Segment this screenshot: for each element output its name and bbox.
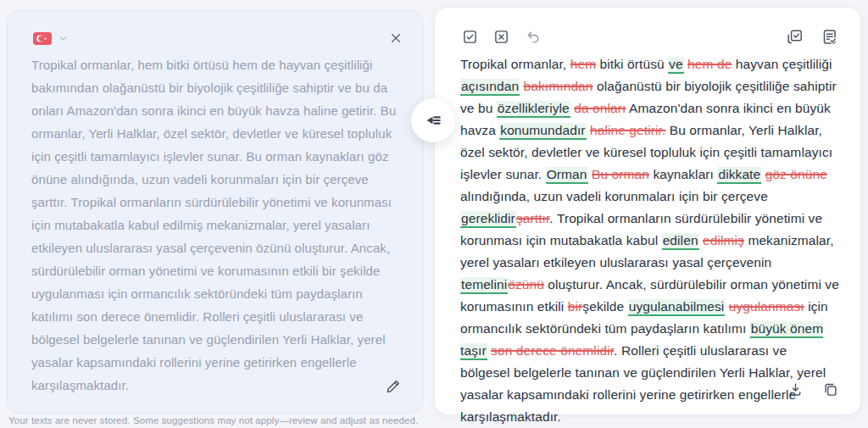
deleted-text[interactable]: bakımından [524, 79, 593, 93]
close-button[interactable] [387, 30, 404, 47]
layered-check-icon [786, 28, 804, 46]
inserted-text[interactable]: dikkate [717, 167, 761, 184]
inserted-text[interactable]: edilen [662, 233, 699, 250]
inserted-text[interactable]: temelini [460, 277, 508, 294]
copy-button[interactable] [821, 380, 840, 399]
pencil-icon [385, 376, 401, 392]
result-toolbar-left [460, 27, 543, 47]
deleted-text[interactable]: şarttır [516, 211, 549, 225]
deleted-text[interactable]: da onları [574, 101, 626, 115]
copy-icon [822, 381, 838, 397]
inserted-text[interactable]: gereklidir [460, 211, 516, 228]
deleted-text[interactable]: Bu orman [592, 167, 649, 181]
deleted-text[interactable]: göz önüne [765, 167, 827, 181]
deleted-text[interactable]: bir [568, 299, 583, 314]
unchanged-text: şekilde [582, 299, 627, 314]
reject-all-button[interactable] [492, 27, 511, 47]
x-square-icon [493, 29, 509, 45]
inserted-text[interactable]: Orman [546, 167, 588, 184]
deleted-text[interactable]: hem [570, 57, 596, 71]
unchanged-text: Tropikal ormanlar, [460, 57, 570, 71]
undo-icon [525, 29, 542, 46]
source-panel: Tropikal ormanlar, hem bitki örtüsü hem … [7, 10, 424, 414]
result-panel: Tropikal ormanlar, hem bitki örtüsü ve h… [434, 7, 861, 415]
deleted-text[interactable]: haline getirir. [590, 123, 665, 137]
unchanged-text: hayvan çeşitliliği [732, 57, 832, 71]
inserted-text[interactable]: açısından [460, 79, 520, 96]
accept-all-button[interactable] [460, 27, 480, 47]
inserted-text[interactable]: konumundadır [499, 123, 586, 140]
result-toolbar-right [784, 26, 840, 47]
inserted-text[interactable]: uygulanabilmesi [628, 299, 726, 316]
arrow-left-lines-icon [423, 110, 443, 131]
deleted-text[interactable]: uygulanması [729, 299, 804, 314]
deleted-text[interactable]: özünü [508, 277, 544, 292]
transfer-left-button[interactable] [411, 98, 455, 142]
download-icon [787, 381, 804, 397]
inserted-text[interactable]: özellikleriyle [497, 101, 570, 118]
deleted-text[interactable]: edilmiş [703, 233, 744, 247]
language-selector[interactable] [31, 31, 70, 47]
accept-suggestions-button[interactable] [784, 26, 805, 47]
turkish-flag-icon [33, 32, 52, 45]
chevron-down-icon [58, 33, 69, 44]
result-toolbar [460, 26, 840, 47]
grammar-checker-widget: Tropikal ormanlar, hem bitki örtüsü hem … [0, 0, 868, 428]
deleted-text[interactable]: hem de [687, 57, 732, 71]
download-button[interactable] [786, 380, 805, 399]
result-bottom-actions [786, 380, 840, 399]
deleted-text[interactable]: son derece önemlidir [491, 343, 614, 358]
edit-button[interactable] [383, 375, 403, 394]
inserted-text[interactable]: ve [668, 57, 684, 74]
unchanged-text: bitki örtüsü [596, 57, 668, 71]
document-check-icon [821, 28, 838, 46]
source-toolbar [31, 30, 404, 47]
close-icon [389, 31, 403, 45]
source-text: Tropikal ormanlar, hem bitki örtüsü hem … [31, 53, 401, 397]
unchanged-text: alındığında, uzun vadeli korunmaları içi… [460, 189, 768, 203]
result-text: Tropikal ormanlar, hem bitki örtüsü ve h… [460, 53, 839, 428]
undo-button[interactable] [523, 27, 543, 47]
privacy-disclaimer: Your texts are never stored. Some sugges… [8, 415, 418, 425]
unchanged-text: kaynakları [649, 167, 717, 181]
check-square-icon [462, 29, 478, 45]
changes-summary-button[interactable] [819, 26, 840, 47]
